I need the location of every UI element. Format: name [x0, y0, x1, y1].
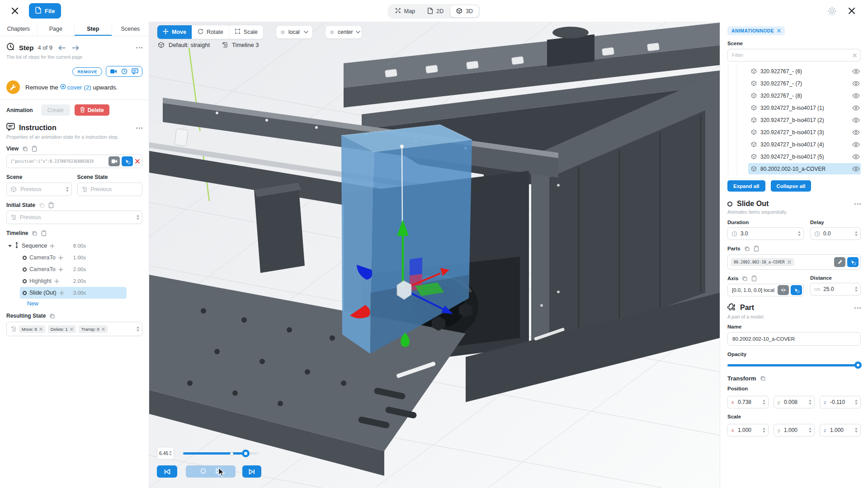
edit-parts-icon[interactable] [834, 257, 845, 267]
skip-to-end-button[interactable] [242, 465, 261, 478]
clear-filter-icon[interactable] [853, 53, 857, 57]
chip-remove-icon[interactable] [788, 260, 791, 264]
clear-view-icon[interactable] [135, 159, 140, 164]
comment-icon[interactable] [132, 68, 138, 75]
tab-step[interactable]: Step [75, 22, 112, 36]
eye-icon[interactable] [852, 154, 860, 160]
viewport-3d[interactable]: Move Rotate Scale local center [149, 22, 720, 488]
next-step-arrow-icon[interactable] [72, 45, 79, 51]
scale-z-field[interactable]: z 1.000 [820, 424, 861, 436]
eye-icon[interactable] [852, 142, 860, 147]
tree-node[interactable]: 320.922767_- (8) [727, 89, 861, 102]
timeline-row-camerato-2[interactable]: CameraTo 2.00s [20, 263, 127, 275]
instruction-step-row[interactable]: Remove the cover (2) upwards. [6, 80, 142, 94]
pick-in-3d-icon[interactable] [791, 285, 802, 295]
close-icon[interactable] [9, 5, 21, 17]
clock-icon[interactable] [121, 68, 127, 75]
scrubber-knob[interactable] [242, 450, 250, 457]
parts-field[interactable]: 80.2002.002-10_a-COVER [727, 254, 861, 270]
paste-icon[interactable] [41, 230, 47, 236]
tree-node[interactable]: 320.924727_b-iso4017 (5) [727, 150, 861, 163]
timeline-scrubber[interactable] [183, 450, 261, 457]
remove-badge[interactable]: REMOVE [72, 67, 102, 76]
camera-icon[interactable] [110, 69, 117, 74]
add-node-icon[interactable] [58, 255, 63, 260]
add-node-icon[interactable] [58, 267, 63, 272]
part-name-input[interactable] [728, 336, 860, 342]
copy-icon[interactable] [32, 230, 38, 236]
tree-filter-input[interactable] [728, 52, 860, 58]
copy-icon[interactable] [22, 146, 28, 152]
position-x-field[interactable]: x 0.738 [727, 396, 769, 408]
tab-page[interactable]: Page [38, 22, 75, 36]
skip-to-start-button[interactable] [157, 465, 177, 478]
duration-field[interactable]: 3.0 [727, 227, 804, 240]
initial-state-select[interactable]: Previous [6, 211, 142, 224]
toggle-2d[interactable]: 2D [422, 5, 449, 17]
create-animation-button[interactable]: Create [41, 104, 70, 116]
chip-remove-icon[interactable] [70, 328, 73, 331]
delay-field[interactable]: 0.0 [810, 227, 861, 240]
tree-node-selected[interactable]: 80.2002.002-10_a-COVER [727, 163, 861, 175]
timeline-row-highlight[interactable]: Highlight 2.00s [20, 275, 127, 287]
camera-capture-icon[interactable] [108, 156, 120, 166]
paste-icon[interactable] [751, 275, 757, 282]
add-node-icon[interactable] [59, 291, 64, 296]
play-loop-button[interactable] [186, 465, 236, 478]
tab-chapters[interactable]: Chapters [0, 22, 38, 36]
space-select[interactable]: local [276, 25, 313, 39]
tree-node[interactable]: 320.922767_- (6) [727, 65, 861, 77]
close-app-icon[interactable] [847, 6, 856, 15]
resulting-state-select[interactable]: Move: 8 Delete: 1 Transp: 0 [6, 322, 142, 336]
tree-node[interactable]: 320.924727_b-iso4017 (2) [727, 114, 861, 126]
paste-icon[interactable] [32, 145, 37, 152]
collapse-all-button[interactable]: Collapse all [771, 180, 811, 192]
slide-out-menu-ellipsis[interactable] [854, 203, 861, 205]
copy-icon[interactable] [744, 246, 750, 252]
pivot-select[interactable]: center [325, 25, 362, 39]
part-link[interactable]: cover (2) [60, 84, 91, 91]
timeline-row-camerato-1[interactable]: CameraTo 1.00s [20, 252, 127, 263]
scene-select[interactable]: Previous [6, 183, 72, 196]
copy-icon[interactable] [760, 375, 766, 381]
part-menu-ellipsis[interactable] [854, 307, 861, 309]
opacity-slider[interactable] [727, 361, 861, 369]
paste-icon[interactable] [754, 245, 759, 252]
add-node-icon[interactable] [50, 244, 55, 249]
caret-down-icon[interactable] [8, 245, 12, 247]
delete-animation-button[interactable]: Delete [75, 104, 109, 116]
gear-icon[interactable] [828, 7, 836, 15]
eye-icon[interactable] [852, 81, 860, 86]
axis-field[interactable]: [0.0, 1.0, 0.0] local [727, 284, 804, 296]
tree-node[interactable]: 320.924727_b-iso4017 (4) [727, 138, 861, 150]
tree-node[interactable]: 320.922767_- (7) [727, 77, 861, 89]
tree-node[interactable]: 320.924727_b-iso4017 (1) [727, 102, 861, 114]
eye-icon[interactable] [852, 105, 860, 111]
flip-axis-icon[interactable] [778, 285, 789, 295]
badge-close-icon[interactable] [777, 29, 781, 33]
3d-scene[interactable] [149, 22, 720, 488]
eye-icon[interactable] [852, 117, 860, 123]
rotate-tool-button[interactable]: Rotate [192, 25, 229, 39]
scale-x-field[interactable]: x 1.000 [727, 424, 769, 436]
eye-icon[interactable] [852, 93, 860, 99]
paste-icon[interactable] [48, 202, 54, 208]
time-value-input[interactable] [157, 447, 168, 459]
copy-icon[interactable] [742, 276, 748, 282]
position-z-field[interactable]: z -0.110 [820, 396, 861, 408]
add-node-icon[interactable] [54, 279, 59, 284]
toggle-map[interactable]: Map [389, 5, 421, 17]
file-button[interactable]: File [29, 3, 61, 19]
new-timeline-node-link[interactable]: New [27, 300, 38, 307]
expand-all-button[interactable]: Expand all [727, 180, 765, 192]
eye-icon[interactable] [852, 130, 860, 135]
copy-icon[interactable] [49, 313, 55, 319]
tree-node[interactable]: 320.924727_b-iso4017 (3) [727, 126, 861, 138]
scale-y-field[interactable]: y 1.000 [774, 424, 815, 436]
instruction-menu-ellipsis[interactable] [136, 127, 142, 129]
timeline-row-sequence[interactable]: Sequence 8.00s [6, 240, 127, 252]
step-menu-ellipsis[interactable] [136, 47, 142, 48]
prev-step-arrow-icon[interactable] [58, 45, 66, 51]
distance-field[interactable]: cm 25.0 [810, 283, 861, 296]
copy-icon[interactable] [39, 202, 45, 208]
